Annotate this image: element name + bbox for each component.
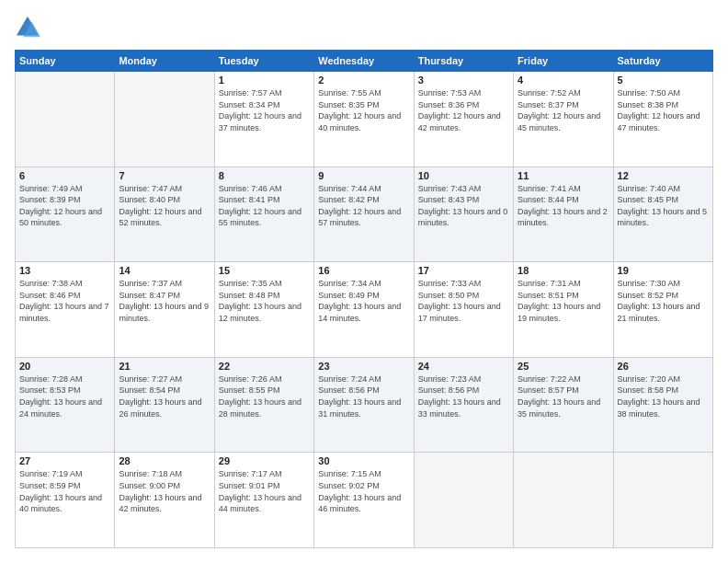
calendar-cell: 1Sunrise: 7:57 AM Sunset: 8:34 PM Daylig… <box>214 72 313 167</box>
day-info: Sunrise: 7:57 AM Sunset: 8:34 PM Dayligh… <box>219 87 310 133</box>
day-info: Sunrise: 7:19 AM Sunset: 8:59 PM Dayligh… <box>19 468 110 514</box>
day-info: Sunrise: 7:33 AM Sunset: 8:50 PM Dayligh… <box>418 278 509 324</box>
calendar-cell: 25Sunrise: 7:22 AM Sunset: 8:57 PM Dayli… <box>514 357 613 453</box>
day-number: 22 <box>219 361 310 372</box>
day-number: 19 <box>618 265 709 276</box>
calendar-cell <box>613 453 712 548</box>
day-info: Sunrise: 7:40 AM Sunset: 8:45 PM Dayligh… <box>618 183 709 229</box>
day-info: Sunrise: 7:44 AM Sunset: 8:42 PM Dayligh… <box>318 183 409 229</box>
day-number: 23 <box>318 361 409 372</box>
day-number: 29 <box>219 455 310 466</box>
calendar-cell: 8Sunrise: 7:46 AM Sunset: 8:41 PM Daylig… <box>214 167 313 262</box>
day-info: Sunrise: 7:53 AM Sunset: 8:36 PM Dayligh… <box>418 87 509 133</box>
day-number: 15 <box>219 265 310 276</box>
day-info: Sunrise: 7:34 AM Sunset: 8:49 PM Dayligh… <box>318 278 409 324</box>
calendar-cell: 20Sunrise: 7:28 AM Sunset: 8:53 PM Dayli… <box>16 357 115 453</box>
calendar-cell: 19Sunrise: 7:30 AM Sunset: 8:52 PM Dayli… <box>613 262 712 358</box>
calendar-cell: 29Sunrise: 7:17 AM Sunset: 9:01 PM Dayli… <box>214 453 313 548</box>
day-number: 6 <box>19 170 110 181</box>
calendar-cell <box>414 453 513 548</box>
day-number: 20 <box>19 361 110 372</box>
day-info: Sunrise: 7:49 AM Sunset: 8:39 PM Dayligh… <box>19 183 110 229</box>
calendar-cell <box>16 72 115 167</box>
calendar-cell: 9Sunrise: 7:44 AM Sunset: 8:42 PM Daylig… <box>314 167 414 262</box>
calendar-cell: 13Sunrise: 7:38 AM Sunset: 8:46 PM Dayli… <box>16 262 115 358</box>
day-number: 18 <box>518 265 609 276</box>
calendar-cell: 3Sunrise: 7:53 AM Sunset: 8:36 PM Daylig… <box>414 72 513 167</box>
calendar-cell: 6Sunrise: 7:49 AM Sunset: 8:39 PM Daylig… <box>16 167 115 262</box>
calendar-cell: 15Sunrise: 7:35 AM Sunset: 8:48 PM Dayli… <box>214 262 313 358</box>
day-number: 24 <box>418 361 509 372</box>
week-row-5: 27Sunrise: 7:19 AM Sunset: 8:59 PM Dayli… <box>16 453 713 548</box>
day-number: 25 <box>518 361 609 372</box>
calendar-cell <box>514 453 613 548</box>
day-number: 9 <box>318 170 409 181</box>
day-info: Sunrise: 7:35 AM Sunset: 8:48 PM Dayligh… <box>219 278 310 324</box>
day-info: Sunrise: 7:24 AM Sunset: 8:56 PM Dayligh… <box>318 373 409 419</box>
logo <box>15 15 44 40</box>
calendar-cell: 11Sunrise: 7:41 AM Sunset: 8:44 PM Dayli… <box>514 167 613 262</box>
day-info: Sunrise: 7:28 AM Sunset: 8:53 PM Dayligh… <box>19 373 110 419</box>
day-info: Sunrise: 7:47 AM Sunset: 8:40 PM Dayligh… <box>119 183 210 229</box>
day-header-monday: Monday <box>115 51 214 72</box>
day-info: Sunrise: 7:22 AM Sunset: 8:57 PM Dayligh… <box>518 373 609 419</box>
page: SundayMondayTuesdayWednesdayThursdayFrid… <box>0 0 728 563</box>
calendar-cell: 30Sunrise: 7:15 AM Sunset: 9:02 PM Dayli… <box>314 453 414 548</box>
calendar-header-row: SundayMondayTuesdayWednesdayThursdayFrid… <box>16 51 713 72</box>
calendar-cell: 27Sunrise: 7:19 AM Sunset: 8:59 PM Dayli… <box>16 453 115 548</box>
day-info: Sunrise: 7:30 AM Sunset: 8:52 PM Dayligh… <box>618 278 709 324</box>
day-number: 5 <box>618 75 709 86</box>
day-info: Sunrise: 7:31 AM Sunset: 8:51 PM Dayligh… <box>518 278 609 324</box>
calendar-cell: 18Sunrise: 7:31 AM Sunset: 8:51 PM Dayli… <box>514 262 613 358</box>
day-info: Sunrise: 7:37 AM Sunset: 8:47 PM Dayligh… <box>119 278 210 324</box>
calendar-cell: 21Sunrise: 7:27 AM Sunset: 8:54 PM Dayli… <box>115 357 214 453</box>
week-row-3: 13Sunrise: 7:38 AM Sunset: 8:46 PM Dayli… <box>16 262 713 358</box>
day-info: Sunrise: 7:17 AM Sunset: 9:01 PM Dayligh… <box>219 468 310 514</box>
calendar-cell: 28Sunrise: 7:18 AM Sunset: 9:00 PM Dayli… <box>115 453 214 548</box>
day-number: 1 <box>219 75 310 86</box>
day-number: 8 <box>219 170 310 181</box>
day-info: Sunrise: 7:20 AM Sunset: 8:58 PM Dayligh… <box>618 373 709 419</box>
day-number: 16 <box>318 265 409 276</box>
day-number: 12 <box>618 170 709 181</box>
day-info: Sunrise: 7:23 AM Sunset: 8:56 PM Dayligh… <box>418 373 509 419</box>
calendar-cell: 7Sunrise: 7:47 AM Sunset: 8:40 PM Daylig… <box>115 167 214 262</box>
calendar-cell <box>115 72 214 167</box>
week-row-4: 20Sunrise: 7:28 AM Sunset: 8:53 PM Dayli… <box>16 357 713 453</box>
day-number: 10 <box>418 170 509 181</box>
day-number: 26 <box>618 361 709 372</box>
calendar-cell: 2Sunrise: 7:55 AM Sunset: 8:35 PM Daylig… <box>314 72 414 167</box>
day-info: Sunrise: 7:55 AM Sunset: 8:35 PM Dayligh… <box>318 87 409 133</box>
header <box>15 15 713 40</box>
calendar-cell: 14Sunrise: 7:37 AM Sunset: 8:47 PM Dayli… <box>115 262 214 358</box>
day-header-wednesday: Wednesday <box>314 51 414 72</box>
day-info: Sunrise: 7:38 AM Sunset: 8:46 PM Dayligh… <box>19 278 110 324</box>
day-info: Sunrise: 7:41 AM Sunset: 8:44 PM Dayligh… <box>518 183 609 229</box>
day-number: 17 <box>418 265 509 276</box>
day-header-thursday: Thursday <box>414 51 513 72</box>
calendar-cell: 17Sunrise: 7:33 AM Sunset: 8:50 PM Dayli… <box>414 262 513 358</box>
calendar-cell: 4Sunrise: 7:52 AM Sunset: 8:37 PM Daylig… <box>514 72 613 167</box>
day-info: Sunrise: 7:52 AM Sunset: 8:37 PM Dayligh… <box>518 87 609 133</box>
calendar-cell: 26Sunrise: 7:20 AM Sunset: 8:58 PM Dayli… <box>613 357 712 453</box>
day-number: 27 <box>19 455 110 466</box>
day-header-tuesday: Tuesday <box>214 51 313 72</box>
day-number: 7 <box>119 170 210 181</box>
day-info: Sunrise: 7:15 AM Sunset: 9:02 PM Dayligh… <box>318 468 409 514</box>
day-number: 30 <box>318 455 409 466</box>
calendar-cell: 10Sunrise: 7:43 AM Sunset: 8:43 PM Dayli… <box>414 167 513 262</box>
calendar-cell: 23Sunrise: 7:24 AM Sunset: 8:56 PM Dayli… <box>314 357 414 453</box>
week-row-1: 1Sunrise: 7:57 AM Sunset: 8:34 PM Daylig… <box>16 72 713 167</box>
day-header-sunday: Sunday <box>16 51 115 72</box>
calendar-cell: 24Sunrise: 7:23 AM Sunset: 8:56 PM Dayli… <box>414 357 513 453</box>
day-number: 13 <box>19 265 110 276</box>
day-info: Sunrise: 7:50 AM Sunset: 8:38 PM Dayligh… <box>618 87 709 133</box>
day-info: Sunrise: 7:43 AM Sunset: 8:43 PM Dayligh… <box>418 183 509 229</box>
day-number: 11 <box>518 170 609 181</box>
day-header-saturday: Saturday <box>613 51 712 72</box>
calendar-cell: 22Sunrise: 7:26 AM Sunset: 8:55 PM Dayli… <box>214 357 313 453</box>
day-number: 28 <box>119 455 210 466</box>
calendar-cell: 12Sunrise: 7:40 AM Sunset: 8:45 PM Dayli… <box>613 167 712 262</box>
day-number: 4 <box>518 75 609 86</box>
logo-icon <box>15 15 40 40</box>
